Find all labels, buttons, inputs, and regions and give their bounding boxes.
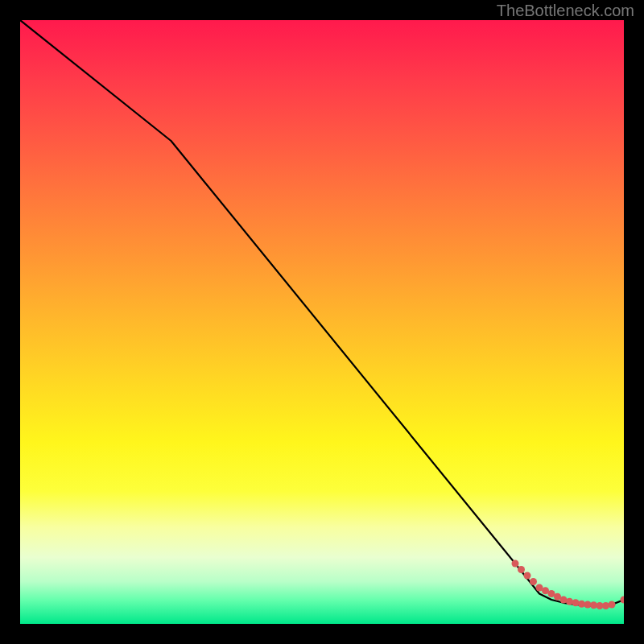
watermark-text: TheBottleneck.com: [497, 2, 634, 20]
chart-marker: [566, 598, 573, 605]
chart-marker: [512, 560, 519, 568]
chart-marker: [572, 599, 580, 606]
chart-marker: [530, 578, 537, 585]
chart-marker: [524, 572, 531, 580]
chart-overlay: [20, 20, 624, 624]
chart-markers: [512, 560, 625, 610]
chart-marker: [602, 602, 609, 609]
chart-marker: [621, 597, 625, 604]
chart-curve: [20, 20, 624, 606]
chart-marker: [518, 566, 525, 573]
chart-marker: [609, 601, 616, 609]
